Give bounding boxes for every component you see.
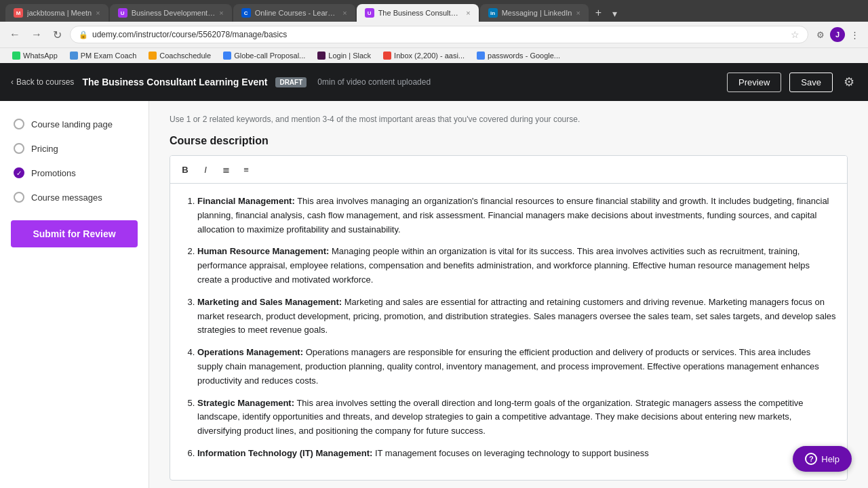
tab-title-tab2: Business Development Overv... xyxy=(132,9,216,17)
lock-icon: 🔒 xyxy=(79,30,88,39)
ordered-list-button[interactable]: ≣ xyxy=(216,160,235,179)
radio-promotions xyxy=(14,167,24,178)
help-label: Help xyxy=(821,454,840,464)
bookmark-label-bm5: Login | Slack xyxy=(328,52,371,60)
tab-favicon-tab5: in xyxy=(488,8,498,18)
browser-tab-tab2[interactable]: UBusiness Development Overv...× xyxy=(110,4,232,22)
video-status: 0min of video content uploaded xyxy=(317,77,431,87)
description-item-2: Human Resource Management: Managing peop… xyxy=(197,245,836,287)
browser-toolbar: ← → ↻ 🔒 udemy.com/instructor/course/5562… xyxy=(0,22,868,47)
url-text: udemy.com/instructor/course/5562078/mana… xyxy=(92,30,787,39)
tab-title-tab1: jackbtosma | Meetn xyxy=(27,9,92,17)
browser-tabs: Mjackbtosma | Meetn×UBusiness Developmen… xyxy=(5,4,863,22)
tab-chevron-button[interactable]: ▾ xyxy=(608,5,621,22)
new-tab-button[interactable]: + xyxy=(590,4,607,22)
menu-icon[interactable]: ⋮ xyxy=(848,28,861,41)
hint-text: Use 1 or 2 related keywords, and mention… xyxy=(170,115,848,124)
bookmark-label-bm3: Coachschedule xyxy=(159,52,211,60)
submit-for-review-button[interactable]: Submit for Review xyxy=(11,220,138,247)
radio-course-messages xyxy=(14,192,24,203)
back-to-courses-link[interactable]: ‹ Back to courses xyxy=(11,77,74,87)
bookmark-favicon-bm6 xyxy=(383,52,391,60)
tab-favicon-tab4: U xyxy=(365,8,374,18)
tab-close-tab2[interactable]: × xyxy=(219,9,223,17)
radio-pricing xyxy=(14,143,24,154)
reload-button[interactable]: ↻ xyxy=(50,27,64,43)
tab-favicon-tab3: C xyxy=(241,8,251,18)
tab-close-tab3[interactable]: × xyxy=(342,9,347,17)
back-button[interactable]: ← xyxy=(7,27,23,42)
bookmark-favicon-bm3 xyxy=(149,52,157,60)
course-landing-label: Course landing page xyxy=(31,119,113,129)
sidebar-item-course-messages[interactable]: Course messages xyxy=(0,185,149,209)
bookmark-favicon-bm7 xyxy=(477,52,485,60)
unordered-list-button[interactable]: ≡ xyxy=(237,160,256,179)
preview-button[interactable]: Preview xyxy=(727,73,781,92)
content-area: Use 1 or 2 related keywords, and mention… xyxy=(149,101,868,488)
description-item-6: Information Technology (IT) Management: … xyxy=(197,447,836,461)
help-button[interactable]: ? Help xyxy=(793,446,852,472)
browser-tab-tab5[interactable]: inMessaging | LinkedIn× xyxy=(480,4,589,22)
back-label: Back to courses xyxy=(16,77,74,87)
section-title: Course description xyxy=(170,135,848,147)
browser-tab-tab3[interactable]: COnline Courses - Learn Anyth...× xyxy=(233,4,355,22)
bold-button[interactable]: B xyxy=(176,160,195,179)
bookmark-bm5[interactable]: Login | Slack xyxy=(312,50,376,61)
course-title: The Business Consultant Learning Event xyxy=(82,77,267,87)
bookmark-bm4[interactable]: Globe-call Proposal... xyxy=(218,50,311,61)
back-chevron-icon: ‹ xyxy=(11,77,14,87)
bookmark-label-bm1: WhatsApp xyxy=(23,52,58,60)
bookmark-label-bm7: passwords - Google... xyxy=(488,52,560,60)
bookmark-label-bm4: Globe-call Proposal... xyxy=(234,52,305,60)
bookmark-favicon-bm4 xyxy=(223,52,231,60)
extensions-icon[interactable]: ⚙ xyxy=(814,28,827,41)
editor-content[interactable]: Financial Management: This area involves… xyxy=(170,184,847,480)
address-bar[interactable]: 🔒 udemy.com/instructor/course/5562078/ma… xyxy=(70,26,808,43)
tab-title-tab3: Online Courses - Learn Anyth... xyxy=(255,9,339,17)
bookmark-bm3[interactable]: Coachschedule xyxy=(143,50,216,61)
promotions-label: Promotions xyxy=(31,168,76,178)
course-messages-label: Course messages xyxy=(31,192,102,203)
description-editor: B I ≣ ≡ Financial Management: This area … xyxy=(170,155,848,481)
bookmark-favicon-bm5 xyxy=(317,52,326,60)
main-content: Course landing page Pricing Promotions C… xyxy=(0,101,868,488)
sidebar-item-promotions[interactable]: Promotions xyxy=(0,161,149,185)
bookmark-bm2[interactable]: PM Exam Coach xyxy=(64,50,142,61)
sidebar-item-course-landing-page[interactable]: Course landing page xyxy=(0,112,149,136)
bookmark-bm6[interactable]: Inbox (2,200) - aasi... xyxy=(378,50,470,61)
star-icon: ☆ xyxy=(791,29,800,40)
save-button[interactable]: Save xyxy=(789,73,833,92)
browser-window: Mjackbtosma | Meetn×UBusiness Developmen… xyxy=(0,0,868,488)
tab-title-tab4: The Business Consultant Lear... xyxy=(378,9,462,17)
tab-title-tab5: Messaging | LinkedIn xyxy=(502,9,572,17)
editor-toolbar: B I ≣ ≡ xyxy=(170,156,847,184)
sidebar: Course landing page Pricing Promotions C… xyxy=(0,101,149,488)
browser-tab-tab1[interactable]: Mjackbtosma | Meetn× xyxy=(5,4,108,22)
description-list: Financial Management: This area involves… xyxy=(181,195,836,461)
app-header: ‹ Back to courses The Business Consultan… xyxy=(0,63,868,101)
browser-chrome: Mjackbtosma | Meetn×UBusiness Developmen… xyxy=(0,0,868,22)
tab-favicon-tab1: M xyxy=(14,8,23,18)
tab-close-tab4[interactable]: × xyxy=(466,9,470,17)
tab-close-tab1[interactable]: × xyxy=(96,9,100,17)
profile-icon[interactable]: J xyxy=(830,27,845,42)
italic-button[interactable]: I xyxy=(196,160,215,179)
browser-toolbar-icons: ⚙ J ⋮ xyxy=(814,27,861,42)
radio-course-landing xyxy=(14,119,24,129)
forward-button[interactable]: → xyxy=(28,27,45,42)
browser-tab-tab4[interactable]: UThe Business Consultant Lear...× xyxy=(357,4,479,22)
help-icon: ? xyxy=(805,453,817,465)
draft-badge: DRAFT xyxy=(275,77,307,87)
sidebar-item-pricing[interactable]: Pricing xyxy=(0,136,149,161)
bookmark-label-bm2: PM Exam Coach xyxy=(81,52,137,60)
bookmark-bm1[interactable]: WhatsApp xyxy=(7,50,63,61)
description-item-5: Strategic Management: This area involves… xyxy=(197,396,836,439)
description-item-4: Operations Management: Operations manage… xyxy=(197,346,836,388)
bookmark-bm7[interactable]: passwords - Google... xyxy=(471,50,566,61)
tab-favicon-tab2: U xyxy=(118,8,127,18)
pricing-label: Pricing xyxy=(31,144,58,154)
udemy-app: ‹ Back to courses The Business Consultan… xyxy=(0,63,868,488)
bookmarks-bar: WhatsAppPM Exam CoachCoachscheduleGlobe-… xyxy=(0,47,868,63)
tab-close-tab5[interactable]: × xyxy=(576,9,580,17)
settings-button[interactable]: ⚙ xyxy=(841,72,857,92)
